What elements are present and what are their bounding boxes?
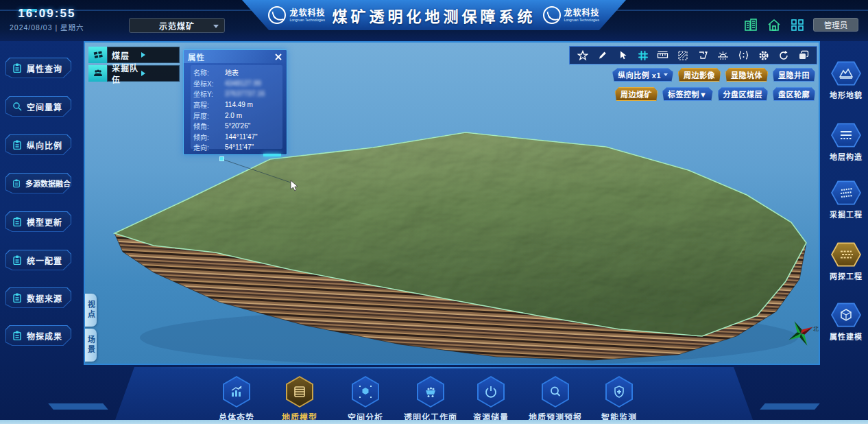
area-select-icon[interactable] bbox=[675, 49, 690, 62]
sidebar-item-multi-source-fusion[interactable]: 多源数据融合 bbox=[5, 173, 71, 193]
coal-seam-icon bbox=[88, 47, 107, 63]
pen-icon[interactable] bbox=[595, 49, 610, 62]
braces-icon[interactable] bbox=[736, 49, 751, 62]
popup-accent bbox=[263, 154, 281, 156]
clip-icon[interactable] bbox=[696, 49, 711, 62]
layer-item-coal-seam[interactable]: 煤层 bbox=[88, 47, 180, 63]
sidebar-item-model-update[interactable]: 模型更新 bbox=[5, 211, 71, 232]
layer-panel: 煤层 采掘队伍 bbox=[88, 47, 180, 82]
grid-hash-icon[interactable] bbox=[636, 49, 651, 62]
map-3d-viewport[interactable]: 煤层 采掘队伍 属性 名称:地表 坐标X:4348127.99 bbox=[84, 41, 820, 365]
field-dip-angle-value: 5°20'26" bbox=[225, 122, 250, 130]
magnifier-icon bbox=[12, 102, 22, 111]
sidebar-item-vertical-scale[interactable]: 纵向比例 bbox=[5, 134, 71, 155]
mine-cart-icon bbox=[423, 384, 438, 399]
viewport-toolbar bbox=[569, 46, 817, 64]
clipboard-icon bbox=[12, 255, 22, 265]
star-icon[interactable] bbox=[575, 49, 590, 62]
right-item-attribute-modeling[interactable]: 属性建模 bbox=[827, 302, 865, 342]
compass-rose[interactable]: 北 bbox=[783, 316, 820, 351]
vertical-scale-dropdown[interactable]: 纵向比例 x1 bbox=[612, 68, 673, 82]
field-coordy-value: 37637737.16 bbox=[225, 90, 265, 97]
mine-selector-dropdown[interactable]: 示范煤矿 bbox=[129, 18, 225, 33]
spatial-icon bbox=[358, 384, 373, 399]
layers-icon[interactable] bbox=[796, 49, 811, 62]
bottom-decoration bbox=[760, 403, 820, 410]
expand-arrow-icon bbox=[141, 71, 175, 76]
right-item-mining-engineering[interactable]: 采掘工程 bbox=[827, 180, 865, 220]
cursor-icon[interactable] bbox=[615, 49, 630, 62]
field-coordx-value: 4348127.99 bbox=[225, 80, 261, 87]
close-icon[interactable] bbox=[274, 53, 282, 61]
sidebar-item-spatial-measure[interactable]: 空间量算 bbox=[5, 96, 71, 117]
right-item-terrain[interactable]: 地形地貌 bbox=[827, 60, 865, 100]
search-icon bbox=[548, 384, 563, 399]
mine-selector-value: 示范煤矿 bbox=[159, 20, 195, 32]
brand-logo-left: 龙软科技 Longruan Technologies bbox=[268, 6, 325, 24]
control-button-row-1: 纵向比例 x1 周边影像 显隐坑体 显隐井田 bbox=[612, 68, 815, 82]
logo-cn: 龙软科技 bbox=[289, 9, 325, 17]
admin-button[interactable]: 管理员 bbox=[813, 18, 858, 32]
right-item-strata[interactable]: 地层构造 bbox=[827, 122, 865, 162]
bottom-edge-strip bbox=[0, 420, 868, 424]
panel-outline-button[interactable]: 盘区轮廓 bbox=[773, 87, 815, 101]
clock-date: 2024/08/03 | 星期六 bbox=[10, 22, 84, 32]
property-popup: 属性 名称:地表 坐标X:4348127.99 坐标Y:37637737.16 … bbox=[183, 49, 287, 155]
clipboard-icon bbox=[12, 293, 22, 303]
sidebar-item-attribute-query[interactable]: 属性查询 bbox=[5, 58, 71, 78]
brand-logo-right: 龙软科技 Longruan Technologies bbox=[543, 6, 600, 24]
tab-viewpoint[interactable]: 视点 bbox=[85, 294, 97, 327]
pick-point-handle[interactable] bbox=[219, 156, 224, 161]
clock-time: 16:09:55 bbox=[10, 7, 84, 21]
building-icon[interactable] bbox=[743, 18, 758, 32]
geo-model-icon bbox=[292, 384, 307, 399]
home-icon[interactable] bbox=[767, 18, 782, 32]
surrounding-mines-button[interactable]: 周边煤矿 bbox=[615, 87, 658, 101]
tab-scene[interactable]: 场景 bbox=[85, 329, 97, 362]
clock: 16:09:55 2024/08/03 | 星期六 bbox=[10, 7, 84, 32]
clipboard-icon bbox=[12, 140, 22, 150]
popup-fields: 名称:地表 坐标X:4348127.99 坐标Y:37637737.16 高程:… bbox=[191, 65, 282, 149]
strata-icon bbox=[839, 129, 854, 141]
chevron-down-icon bbox=[213, 25, 219, 28]
toggle-minefield-button[interactable]: 显隐井田 bbox=[773, 68, 815, 82]
clipboard-icon bbox=[12, 63, 22, 73]
field-strike-value: 54°11'47" bbox=[225, 143, 254, 151]
longruan-logo-icon bbox=[543, 6, 561, 24]
surrounding-imagery-button[interactable]: 周边影像 bbox=[678, 68, 721, 82]
toggle-pit-button[interactable]: 显隐坑体 bbox=[725, 68, 768, 82]
nav-resource-reserves[interactable]: 资源储量 bbox=[460, 376, 522, 423]
label-control-dropdown[interactable]: 标签控制▼ bbox=[662, 87, 712, 101]
ruler-icon[interactable] bbox=[655, 49, 671, 62]
nav-overall-situation[interactable]: 总体态势 bbox=[206, 376, 267, 423]
right-item-exploration-engineering[interactable]: 两探工程 bbox=[827, 242, 865, 281]
team-icon bbox=[88, 65, 107, 82]
sidebar-item-geophysical-results[interactable]: 物探成果 bbox=[5, 325, 71, 346]
nav-spatial-analysis[interactable]: 空间分析 bbox=[335, 376, 396, 423]
longruan-logo-icon bbox=[268, 6, 286, 24]
clipboard-icon bbox=[12, 331, 22, 340]
exploration-icon bbox=[839, 248, 854, 261]
nav-transparent-workface[interactable]: 透明化工作面 bbox=[400, 376, 461, 423]
clipboard-icon bbox=[12, 217, 22, 226]
panel-coal-seam-button[interactable]: 分盘区煤层 bbox=[718, 87, 769, 101]
app-header: 16:09:55 2024/08/03 | 星期六 示范煤矿 龙软科技 Long… bbox=[0, 0, 868, 41]
page-title: 煤矿透明化地测保障系统 bbox=[332, 4, 535, 26]
field-name-value: 地表 bbox=[225, 67, 239, 78]
gear-icon[interactable] bbox=[756, 49, 771, 62]
layer-item-mining-team[interactable]: 采掘队伍 bbox=[88, 65, 180, 82]
sun-icon[interactable] bbox=[716, 49, 731, 62]
chart-icon bbox=[229, 384, 244, 399]
nav-geological-model[interactable]: 地质模型 bbox=[269, 376, 330, 423]
refresh-icon[interactable] bbox=[776, 49, 791, 62]
grid-apps-icon[interactable] bbox=[790, 18, 805, 32]
field-thickness-value: 2.0 m bbox=[225, 112, 242, 119]
control-button-row-2: 周边煤矿 标签控制▼ 分盘区煤层 盘区轮廓 bbox=[615, 87, 815, 101]
popup-title: 属性 bbox=[188, 51, 274, 62]
logo-en: Longruan Technologies bbox=[289, 19, 325, 22]
nav-smart-monitoring[interactable]: 智能监测 bbox=[588, 376, 650, 423]
sidebar-item-data-source[interactable]: 数据来源 bbox=[5, 287, 71, 308]
field-dip-direction-value: 144°11'47" bbox=[225, 133, 258, 141]
nav-geological-forecast[interactable]: 地质预测预报 bbox=[525, 376, 586, 423]
sidebar-item-unified-config[interactable]: 统一配置 bbox=[5, 250, 71, 270]
